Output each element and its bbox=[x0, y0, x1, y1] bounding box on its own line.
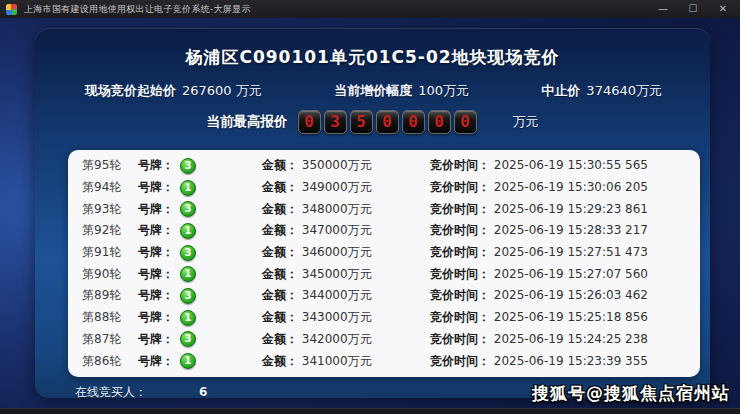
plate-cell: 号牌： 3 bbox=[138, 244, 262, 261]
bid-row: 第90轮 号牌： 1 金额： 345000万元 竞价时间： 2025-06-19… bbox=[68, 266, 700, 283]
time-value: 2025-06-19 15:27:07 560 bbox=[494, 267, 648, 281]
plate-cell: 号牌： 3 bbox=[138, 201, 262, 218]
start-price-label: 现场竞价起始价 bbox=[85, 83, 176, 98]
amount-cell: 金额： 342000万元 bbox=[262, 331, 430, 348]
amount-column-label: 金额： bbox=[262, 223, 298, 237]
time-cell: 竞价时间： 2025-06-19 15:23:39 355 bbox=[430, 353, 686, 370]
time-column-label: 竞价时间： bbox=[430, 245, 490, 259]
plate-column-label: 号牌： bbox=[138, 353, 174, 370]
time-column-label: 竞价时间： bbox=[430, 310, 490, 324]
plate-number-badge: 1 bbox=[180, 310, 196, 326]
plate-column-label: 号牌： bbox=[138, 157, 174, 174]
maximize-button[interactable]: ☐ bbox=[686, 0, 700, 18]
bid-row: 第91轮 号牌： 3 金额： 346000万元 竞价时间： 2025-06-19… bbox=[68, 244, 700, 261]
window-titlebar: 上海市国有建设用地使用权出让电子竞价系统-大屏显示 — ☐ ✕ bbox=[0, 0, 740, 18]
app-icon bbox=[6, 4, 17, 15]
plate-number-badge: 3 bbox=[180, 158, 196, 174]
time-column-label: 竞价时间： bbox=[430, 267, 490, 281]
plate-column-label: 号牌： bbox=[138, 331, 174, 348]
time-cell: 竞价时间： 2025-06-19 15:28:33 217 bbox=[430, 222, 686, 239]
round-label: 第94轮 bbox=[82, 179, 138, 196]
amount-column-label: 金额： bbox=[262, 180, 298, 194]
led-digit: 0 bbox=[402, 110, 425, 134]
bid-row: 第87轮 号牌： 3 金额： 342000万元 竞价时间： 2025-06-19… bbox=[68, 331, 700, 348]
plate-column-label: 号牌： bbox=[138, 179, 174, 196]
amount-column-label: 金额： bbox=[262, 288, 298, 302]
time-cell: 竞价时间： 2025-06-19 15:27:51 473 bbox=[430, 244, 686, 261]
page-title: 杨浦区C090101单元01C5-02地块现场竞价 bbox=[35, 46, 710, 69]
plate-number-badge: 1 bbox=[180, 353, 196, 369]
round-label: 第87轮 bbox=[82, 331, 138, 348]
highest-bid-unit: 万元 bbox=[513, 113, 539, 131]
start-price-unit: 万元 bbox=[236, 83, 262, 98]
round-label: 第86轮 bbox=[82, 353, 138, 370]
bid-row: 第93轮 号牌： 3 金额： 348000万元 竞价时间： 2025-06-19… bbox=[68, 201, 700, 218]
plate-column-label: 号牌： bbox=[138, 266, 174, 283]
time-column-label: 竞价时间： bbox=[430, 354, 490, 368]
minimize-button[interactable]: — bbox=[656, 0, 670, 18]
led-digit: 3 bbox=[324, 110, 347, 134]
plate-number-badge: 3 bbox=[180, 201, 196, 217]
amount-value: 349000万元 bbox=[302, 180, 372, 194]
plate-column-label: 号牌： bbox=[138, 287, 174, 304]
bid-row: 第95轮 号牌： 3 金额： 350000万元 竞价时间： 2025-06-19… bbox=[68, 157, 700, 174]
amount-cell: 金额： 348000万元 bbox=[262, 201, 430, 218]
auction-panel: 杨浦区C090101单元01C5-02地块现场竞价 现场竞价起始价267600 … bbox=[35, 28, 710, 398]
stop-price-value: 374640 bbox=[586, 83, 636, 98]
amount-cell: 金额： 345000万元 bbox=[262, 266, 430, 283]
bid-row: 第89轮 号牌： 3 金额： 344000万元 竞价时间： 2025-06-19… bbox=[68, 287, 700, 304]
time-column-label: 竞价时间： bbox=[430, 180, 490, 194]
amount-value: 341000万元 bbox=[302, 354, 372, 368]
amount-cell: 金额： 343000万元 bbox=[262, 309, 430, 326]
stop-price-label: 中止价 bbox=[541, 83, 580, 98]
amount-value: 345000万元 bbox=[302, 267, 372, 281]
time-value: 2025-06-19 15:30:06 205 bbox=[494, 180, 648, 194]
amount-cell: 金额： 350000万元 bbox=[262, 157, 430, 174]
round-label: 第92轮 bbox=[82, 222, 138, 239]
plate-column-label: 号牌： bbox=[138, 201, 174, 218]
plate-cell: 号牌： 1 bbox=[138, 353, 262, 370]
start-price: 现场竞价起始价267600 万元 bbox=[85, 82, 262, 100]
round-label: 第90轮 bbox=[82, 266, 138, 283]
increment-label: 当前增价幅度 bbox=[334, 83, 412, 98]
amount-value: 342000万元 bbox=[302, 332, 372, 346]
plate-cell: 号牌： 1 bbox=[138, 309, 262, 326]
time-cell: 竞价时间： 2025-06-19 15:29:23 861 bbox=[430, 201, 686, 218]
plate-column-label: 号牌： bbox=[138, 244, 174, 261]
amount-cell: 金额： 341000万元 bbox=[262, 353, 430, 370]
plate-cell: 号牌： 1 bbox=[138, 266, 262, 283]
round-label: 第93轮 bbox=[82, 201, 138, 218]
bid-row: 第86轮 号牌： 1 金额： 341000万元 竞价时间： 2025-06-19… bbox=[68, 353, 700, 370]
time-column-label: 竞价时间： bbox=[430, 288, 490, 302]
amount-column-label: 金额： bbox=[262, 354, 298, 368]
time-value: 2025-06-19 15:28:33 217 bbox=[494, 223, 648, 237]
plate-cell: 号牌： 3 bbox=[138, 331, 262, 348]
highest-bid-row: 当前最高报价 0350000 万元 bbox=[35, 110, 710, 134]
online-bidders-label: 在线竞买人： bbox=[75, 385, 147, 399]
amount-column-label: 金额： bbox=[262, 267, 298, 281]
led-digit: 5 bbox=[350, 110, 373, 134]
bid-row: 第88轮 号牌： 1 金额： 343000万元 竞价时间： 2025-06-19… bbox=[68, 309, 700, 326]
amount-value: 347000万元 bbox=[302, 223, 372, 237]
plate-cell: 号牌： 3 bbox=[138, 157, 262, 174]
increment-unit: 万元 bbox=[443, 83, 469, 98]
amount-value: 350000万元 bbox=[302, 158, 372, 172]
stop-price-unit: 万元 bbox=[636, 83, 662, 98]
plate-cell: 号牌： 3 bbox=[138, 287, 262, 304]
amount-column-label: 金额： bbox=[262, 158, 298, 172]
increment: 当前增价幅度100万元 bbox=[334, 82, 469, 100]
highest-bid-label: 当前最高报价 bbox=[207, 113, 288, 131]
time-cell: 竞价时间： 2025-06-19 15:27:07 560 bbox=[430, 266, 686, 283]
close-button[interactable]: ✕ bbox=[716, 0, 730, 18]
round-label: 第89轮 bbox=[82, 287, 138, 304]
round-label: 第88轮 bbox=[82, 309, 138, 326]
time-value: 2025-06-19 15:26:03 462 bbox=[494, 288, 648, 302]
time-value: 2025-06-19 15:27:51 473 bbox=[494, 245, 648, 259]
time-column-label: 竞价时间： bbox=[430, 202, 490, 216]
plate-number-badge: 1 bbox=[180, 266, 196, 282]
price-info-row: 现场竞价起始价267600 万元 当前增价幅度100万元 中止价374640万元 bbox=[35, 82, 710, 100]
time-value: 2025-06-19 15:29:23 861 bbox=[494, 202, 648, 216]
time-cell: 竞价时间： 2025-06-19 15:25:18 856 bbox=[430, 309, 686, 326]
online-bidders: 在线竞买人：6 bbox=[75, 384, 207, 401]
time-cell: 竞价时间： 2025-06-19 15:24:25 238 bbox=[430, 331, 686, 348]
